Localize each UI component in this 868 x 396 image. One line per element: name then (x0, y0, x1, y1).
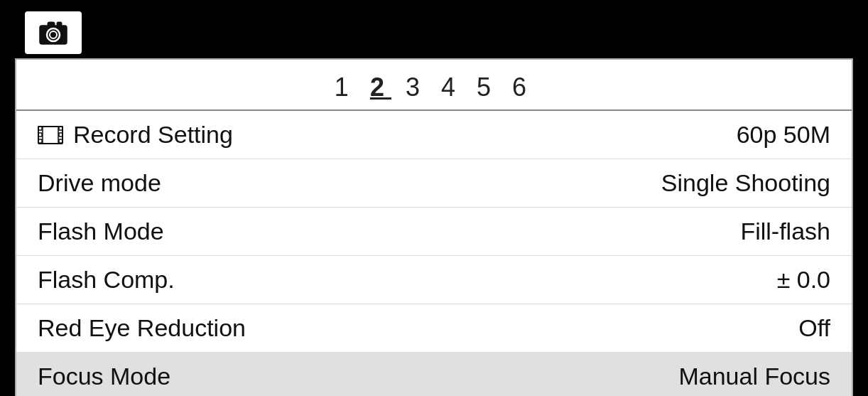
focus-mode-text: Focus Mode (38, 363, 170, 390)
drive-mode-label: Drive mode (38, 169, 161, 197)
camera-icon-box (25, 11, 82, 54)
camera-icon (38, 17, 69, 48)
svg-rect-3 (48, 22, 55, 26)
main-panel: 1 2 3 4 5 6 (15, 58, 853, 396)
focus-mode-label: Focus Mode (38, 363, 170, 390)
flash-mode-value: Fill-flash (740, 218, 830, 245)
svg-rect-9 (59, 127, 63, 130)
top-bar (15, 7, 853, 58)
film-icon (38, 125, 63, 145)
flash-comp-text: Flash Comp. (38, 266, 175, 294)
red-eye-text: Red Eye Reduction (38, 314, 246, 342)
red-eye-row[interactable]: Red Eye Reduction Off (16, 304, 852, 353)
tab-6[interactable]: 6 (512, 73, 533, 102)
flash-comp-value: ± 0.0 (777, 266, 830, 294)
drive-mode-text: Drive mode (38, 169, 161, 197)
drive-mode-row[interactable]: Drive mode Single Shooting (16, 159, 852, 208)
flash-comp-row[interactable]: Flash Comp. ± 0.0 (16, 256, 852, 304)
tab-5[interactable]: 5 (477, 73, 498, 102)
red-eye-value: Off (798, 314, 830, 342)
record-setting-text: Record Setting (73, 121, 233, 149)
tab-2[interactable]: 2 (370, 73, 391, 102)
flash-mode-text: Flash Mode (38, 218, 164, 245)
outer-container: 1 2 3 4 5 6 (15, 7, 853, 396)
svg-rect-10 (59, 133, 63, 137)
tab-row: 1 2 3 4 5 6 (16, 60, 852, 111)
red-eye-label: Red Eye Reduction (38, 314, 246, 342)
focus-mode-row[interactable]: Focus Mode Manual Focus (16, 353, 852, 396)
svg-rect-11 (59, 139, 63, 143)
svg-rect-6 (38, 127, 42, 130)
flash-comp-label: Flash Comp. (38, 266, 175, 294)
svg-rect-7 (38, 133, 42, 137)
record-setting-row[interactable]: Record Setting 60p 50M (16, 111, 852, 159)
record-setting-label: Record Setting (38, 121, 233, 149)
flash-mode-row[interactable]: Flash Mode Fill-flash (16, 208, 852, 256)
svg-rect-4 (57, 22, 62, 26)
tab-4[interactable]: 4 (441, 73, 462, 102)
svg-rect-8 (38, 139, 42, 143)
focus-mode-value: Manual Focus (678, 363, 830, 390)
record-setting-value: 60p 50M (737, 121, 830, 149)
flash-mode-label: Flash Mode (38, 218, 164, 245)
drive-mode-value: Single Shooting (661, 169, 830, 197)
tab-1[interactable]: 1 (335, 73, 356, 102)
tab-3[interactable]: 3 (406, 73, 427, 102)
settings-list: Record Setting 60p 50M Drive mode Single… (16, 111, 852, 396)
